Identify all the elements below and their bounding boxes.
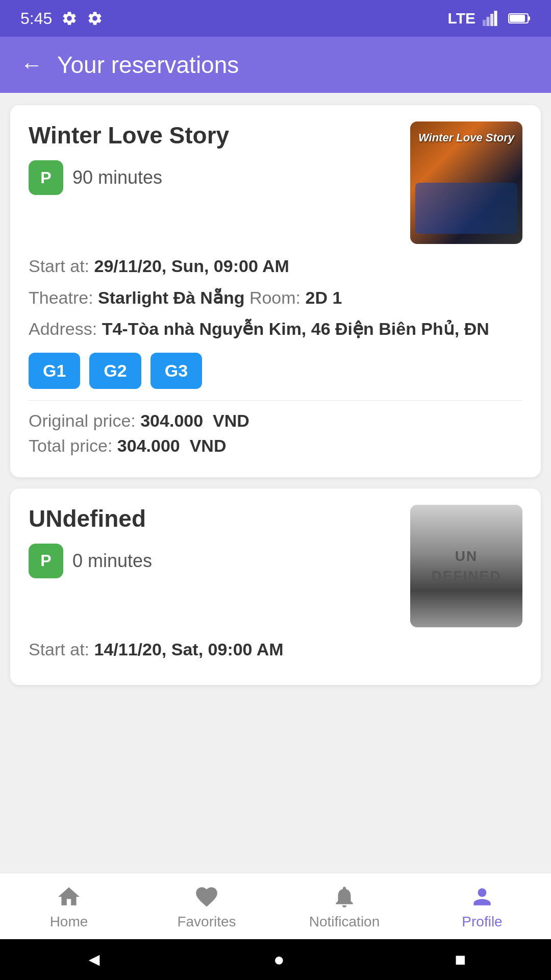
movie-info-2: UNdefined P 0 minutes (29, 505, 398, 578)
android-back-button[interactable]: ◄ (85, 949, 104, 970)
total-price-label-1: Total price: (29, 436, 112, 455)
reservation-card-2: UNdefined P 0 minutes UNDEFINED Start at… (10, 488, 541, 685)
duration-1: 90 minutes (72, 167, 162, 188)
gear-icon-1 (61, 10, 78, 27)
total-price-currency-1: VND (190, 436, 227, 455)
svg-rect-6 (510, 15, 525, 22)
battery-icon (508, 12, 531, 25)
nav-label-profile: Profile (462, 914, 502, 930)
room-label-1: Room: (249, 288, 300, 307)
nav-label-notification: Notification (309, 914, 380, 930)
back-button[interactable]: ← (20, 54, 43, 76)
nav-item-notification[interactable]: Notification (276, 883, 413, 930)
movie-header-1: Winter Love Story P 90 minutes Winter Lo… (29, 121, 522, 244)
start-at-row-2: Start at: 14/11/20, Sat, 09:00 AM (29, 638, 522, 662)
movie-poster-2: UNDEFINED (410, 505, 522, 627)
status-bar: 5:45 LTE (0, 0, 551, 37)
notification-icon (331, 883, 358, 911)
poster-winter-text: Winter Love Story (415, 131, 517, 145)
theatre-label-1: Theatre: (29, 288, 93, 307)
divider-1 (29, 400, 522, 401)
rating-badge-2: P (29, 544, 63, 578)
start-at-value-2: 14/11/20, Sat, 09:00 AM (94, 640, 284, 659)
original-price-value-1: 304.000 (140, 411, 203, 430)
movie-header-2: UNdefined P 0 minutes UNDEFINED (29, 505, 522, 627)
room-value-1: 2D 1 (305, 288, 342, 307)
home-icon (55, 883, 83, 911)
address-row-1: Address: T4-Tòa nhà Nguyễn Kim, 46 Điện … (29, 317, 522, 341)
nav-label-favorites: Favorites (177, 914, 236, 930)
original-price-currency-1: VND (213, 411, 249, 430)
movie-poster-1: Winter Love Story (410, 121, 522, 244)
seat-badge-g1: G1 (29, 353, 80, 389)
total-price-value-1: 304.000 (117, 436, 180, 455)
start-at-label-1: Start at: (29, 256, 89, 276)
header: ← Your reservations (0, 37, 551, 93)
poster-undefined-bg: UNDEFINED (410, 505, 522, 627)
page-title: Your reservations (57, 51, 239, 79)
theatre-value-1: Starlight Đà Nẵng (98, 288, 244, 307)
seats-row-1: G1 G2 G3 (29, 353, 522, 389)
favorites-icon (193, 883, 220, 911)
rating-badge-1: P (29, 160, 63, 195)
status-left: 5:45 (20, 9, 103, 28)
original-price-row-1: Original price: 304.000 VND (29, 411, 522, 431)
movie-info-1: Winter Love Story P 90 minutes (29, 121, 398, 195)
nav-item-profile[interactable]: Profile (413, 883, 551, 930)
theatre-row-1: Theatre: Starlight Đà Nẵng Room: 2D 1 (29, 286, 522, 310)
svg-rect-0 (483, 20, 486, 26)
address-label-1: Address: (29, 319, 97, 338)
status-time: 5:45 (20, 9, 52, 28)
android-nav-bar: ◄ ● ■ (0, 939, 551, 980)
nav-item-home[interactable]: Home (0, 883, 138, 930)
nav-label-home: Home (50, 914, 88, 930)
gear-icon-2 (87, 10, 103, 27)
signal-icon (483, 10, 501, 27)
bottom-nav: Home Favorites Notification Profile (0, 873, 551, 939)
poster-undefined-text: UNDEFINED (432, 546, 502, 586)
start-at-row-1: Start at: 29/11/20, Sun, 09:00 AM (29, 254, 522, 279)
seat-badge-g2: G2 (89, 353, 141, 389)
reservation-card-1: Winter Love Story P 90 minutes Winter Lo… (10, 105, 541, 477)
lte-label: LTE (448, 10, 475, 27)
android-recent-button[interactable]: ■ (455, 949, 466, 970)
svg-rect-5 (528, 16, 530, 20)
movie-title-2: UNdefined (29, 505, 398, 532)
duration-2: 0 minutes (72, 550, 152, 572)
android-home-button[interactable]: ● (273, 949, 285, 970)
reservations-list: Winter Love Story P 90 minutes Winter Lo… (0, 93, 551, 873)
start-at-value-1: 29/11/20, Sun, 09:00 AM (94, 256, 289, 276)
nav-item-favorites[interactable]: Favorites (138, 883, 276, 930)
poster-winter-bg: Winter Love Story (410, 121, 522, 244)
svg-rect-3 (494, 11, 497, 26)
profile-icon (468, 883, 496, 911)
seat-badge-g3: G3 (151, 353, 202, 389)
movie-title-1: Winter Love Story (29, 121, 398, 149)
svg-rect-1 (487, 17, 490, 26)
svg-rect-2 (490, 14, 493, 26)
start-at-label-2: Start at: (29, 640, 89, 659)
address-value-1: T4-Tòa nhà Nguyễn Kim, 46 Điện Biên Phủ,… (102, 319, 489, 338)
original-price-label-1: Original price: (29, 411, 136, 430)
status-right: LTE (448, 10, 531, 27)
total-price-row-1: Total price: 304.000 VND (29, 436, 522, 456)
